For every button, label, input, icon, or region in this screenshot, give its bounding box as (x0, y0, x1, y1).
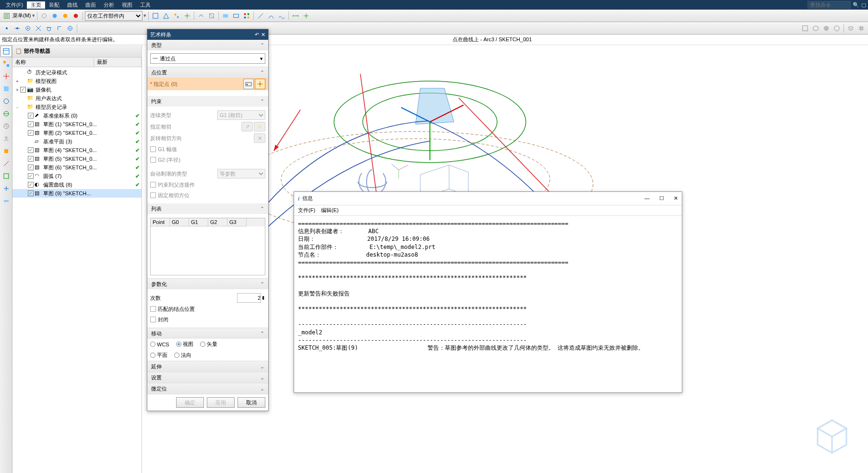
move-plane-radio[interactable]: 平面 (150, 352, 167, 359)
ok-button[interactable]: 确定 (176, 397, 204, 408)
resource-browser-icon[interactable] (0, 108, 12, 119)
menu-assembly[interactable]: 装配 (45, 1, 63, 9)
info-menu-edit[interactable]: 编辑(E) (321, 207, 339, 214)
info-close-icon[interactable]: ✕ (674, 195, 678, 201)
tb-sel-5[interactable] (196, 11, 206, 21)
menu-surface[interactable]: 曲面 (82, 1, 100, 9)
section-param-header[interactable]: 参数化⌃ (147, 279, 268, 289)
filter-none-icon[interactable] (39, 11, 49, 21)
section-micro-header[interactable]: 微定位⌄ (147, 383, 268, 394)
section-move-header[interactable]: 移动⌃ (147, 328, 268, 339)
layer-icon[interactable] (846, 24, 856, 33)
tangent-flip-button[interactable]: ⚡ (254, 122, 265, 131)
resource-2-icon[interactable] (0, 158, 12, 169)
tree-checkbox[interactable]: ✓ (20, 87, 26, 93)
resource-navigator-icon[interactable] (0, 46, 12, 57)
resource-3-icon[interactable] (0, 170, 12, 182)
section-constraint-header[interactable]: 约束⌃ (147, 96, 268, 106)
filter-red-icon[interactable] (71, 11, 81, 21)
tb-color-icon[interactable] (242, 11, 251, 21)
dialog-undo-icon[interactable]: ↶ (255, 32, 259, 38)
tangent-vector-button[interactable]: ↗ (241, 122, 253, 131)
tree-checkbox[interactable]: ✓ (28, 156, 34, 162)
window-control-icon[interactable]: ▢ (861, 2, 866, 8)
tree-checkbox[interactable]: ✓ (28, 165, 34, 170)
specify-points-row[interactable]: * 指定点 (0) (147, 78, 268, 90)
tree-checkbox[interactable]: ✓ (28, 147, 34, 153)
menu-curve[interactable]: 曲线 (63, 1, 82, 9)
snap-endpoint-icon[interactable] (2, 24, 12, 33)
filter-blue-icon[interactable] (50, 11, 59, 21)
tree-row[interactable]: ✓▧草图 (2) "SKETCH_0...✔ (12, 129, 142, 137)
tree-checkbox[interactable]: ✓ (28, 182, 34, 188)
tree-row[interactable]: ✓▧草图 (6) "SKETCH_0...✔ (12, 163, 142, 172)
g1-checkbox[interactable] (150, 146, 156, 152)
tree-row[interactable]: ✓◐偏置曲线 (8)✔ (12, 180, 142, 189)
snap-quad-icon[interactable] (65, 24, 75, 33)
tree-checkbox[interactable]: ✓ (28, 113, 34, 118)
view-shade-icon[interactable] (821, 24, 831, 33)
tb-sel-6[interactable] (207, 11, 216, 21)
resource-5-icon[interactable] (0, 195, 12, 207)
section-pointloc-header[interactable]: 点位置⌃ (147, 67, 268, 78)
tb-sel-3[interactable] (172, 11, 181, 21)
tb-arc-icon[interactable] (266, 11, 276, 21)
resource-1-icon[interactable] (0, 145, 12, 157)
tb-sel-1[interactable] (151, 11, 160, 21)
view-fit-icon[interactable] (800, 24, 810, 33)
menu-tools[interactable]: 工具 (136, 1, 155, 9)
resource-4-icon[interactable] (0, 183, 12, 194)
menu-view[interactable]: 视图 (118, 1, 136, 9)
g2-checkbox[interactable] (150, 157, 156, 163)
closed-checkbox[interactable] (150, 317, 156, 322)
info-menu-file[interactable]: 文件(F) (298, 207, 315, 214)
info-body[interactable]: ========================================… (294, 216, 682, 392)
tree-checkbox[interactable]: ✓ (28, 190, 34, 196)
tree-row[interactable]: ✓▧草图 (1) "SKETCH_0...✔ (12, 120, 142, 129)
sketch-point-button[interactable] (255, 79, 265, 89)
resource-assembly-icon[interactable] (0, 58, 12, 70)
cancel-button[interactable]: 取消 (238, 397, 265, 408)
continuity-select[interactable]: G1 (相切) (217, 110, 265, 120)
menu-dropdown-button[interactable] (2, 11, 12, 21)
fix-tangent-checkbox[interactable] (150, 192, 156, 198)
tree-row[interactable]: -📁模型历史记录 (12, 103, 142, 111)
info-maximize-icon[interactable]: ☐ (659, 195, 664, 201)
snap-tangent-icon[interactable] (44, 24, 54, 33)
tree-row[interactable]: +📁模型视图 (12, 77, 142, 85)
resource-history-icon[interactable] (0, 120, 12, 132)
tb-display-2[interactable] (231, 11, 241, 21)
section-list-header[interactable]: 列表⌃ (147, 203, 268, 214)
tree-row[interactable]: ✓▧草图 (4) "SKETCH_0...✔ (12, 146, 142, 154)
section-type-header[interactable]: 类型⌃ (147, 40, 268, 50)
tree-row[interactable]: +✓📷摄像机 (12, 85, 142, 94)
tb-dim-icon[interactable] (291, 11, 300, 21)
dialog-close-icon[interactable]: ✕ (261, 32, 265, 38)
tree-checkbox[interactable]: ✓ (28, 121, 34, 127)
command-search-input[interactable] (808, 1, 851, 9)
move-view-radio[interactable]: 视图 (176, 341, 193, 348)
snap-center-icon[interactable] (23, 24, 33, 33)
type-select[interactable]: 〰 通过点 ▾ (150, 53, 265, 64)
section-settings-header[interactable]: 设置⌄ (147, 372, 268, 383)
filter-orange-icon[interactable] (60, 11, 70, 21)
match-knot-checkbox[interactable] (150, 306, 156, 312)
tree-checkbox[interactable]: ✓ (28, 130, 34, 136)
menu-file[interactable]: 文件(F) (2, 1, 27, 9)
point-dialog-button[interactable] (243, 79, 254, 89)
move-normal-radio[interactable]: 法向 (174, 352, 191, 359)
menu-label[interactable]: 菜单(M) (12, 12, 31, 19)
move-wcs-radio[interactable]: WCS (150, 341, 169, 348)
nav-col-latest[interactable]: 最新 (94, 58, 142, 67)
menu-analysis[interactable]: 分析 (100, 1, 118, 9)
tree-row[interactable]: ✓▧草图 (9) "SKETCH... (12, 189, 142, 198)
tb-display-1[interactable] (221, 11, 230, 21)
menu-home[interactable]: 主页 (27, 1, 45, 9)
nav-col-name[interactable]: 名称 (12, 58, 94, 67)
tb-spline-icon[interactable] (277, 11, 286, 21)
tb-sel-2[interactable] (161, 11, 171, 21)
snap-perp-icon[interactable] (55, 24, 64, 33)
tree-row[interactable]: ⏱历史记录模式 (12, 68, 142, 77)
navigator-tree[interactable]: ⏱历史记录模式+📁模型视图+✓📷摄像机📁用户表达式-📁模型历史记录✓⬈基准坐标系… (12, 67, 142, 473)
scope-select[interactable]: 仅在工作部件内 (85, 11, 143, 21)
